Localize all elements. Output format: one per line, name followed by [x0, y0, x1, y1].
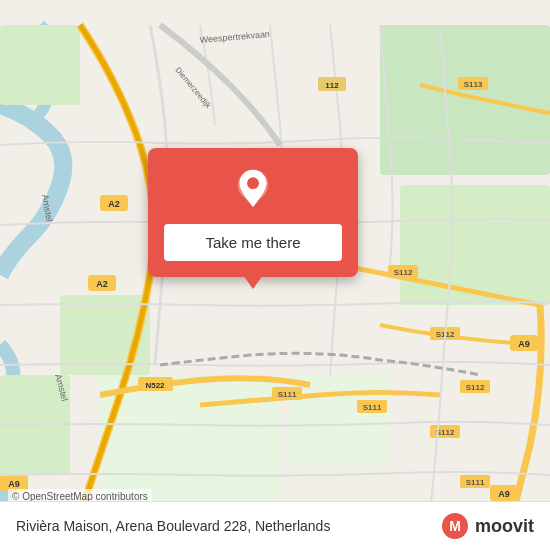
svg-text:S111: S111 [466, 478, 485, 487]
svg-text:A2: A2 [96, 279, 108, 289]
bottom-bar: Rivièra Maison, Arena Boulevard 228, Net… [0, 501, 550, 550]
svg-text:N522: N522 [145, 381, 165, 390]
moovit-brand-icon: M [441, 512, 469, 540]
location-address: Rivièra Maison, Arena Boulevard 228, Net… [16, 518, 441, 534]
popup-tail [243, 275, 263, 289]
svg-text:112: 112 [325, 81, 339, 90]
svg-text:S113: S113 [464, 80, 483, 89]
svg-text:A9: A9 [8, 479, 20, 489]
svg-point-43 [247, 177, 259, 189]
svg-text:S112: S112 [394, 268, 413, 277]
svg-text:A9: A9 [518, 339, 530, 349]
moovit-logo: M moovit [441, 512, 534, 540]
svg-text:A2: A2 [108, 199, 120, 209]
svg-text:S112: S112 [466, 383, 485, 392]
svg-rect-7 [290, 375, 390, 465]
svg-text:M: M [449, 518, 461, 534]
svg-rect-3 [0, 25, 80, 105]
svg-text:S111: S111 [363, 403, 382, 412]
location-pin-icon [231, 168, 275, 212]
svg-text:A9: A9 [498, 489, 510, 499]
svg-rect-2 [400, 185, 550, 305]
svg-rect-1 [380, 25, 550, 175]
take-me-there-button[interactable]: Take me there [164, 224, 342, 261]
popup-card: Take me there [148, 148, 358, 277]
map-container: A2 A2 N522 S111 S111 S111 S112 S112 S112… [0, 0, 550, 550]
svg-text:S111: S111 [278, 390, 297, 399]
moovit-wordmark: moovit [475, 516, 534, 537]
